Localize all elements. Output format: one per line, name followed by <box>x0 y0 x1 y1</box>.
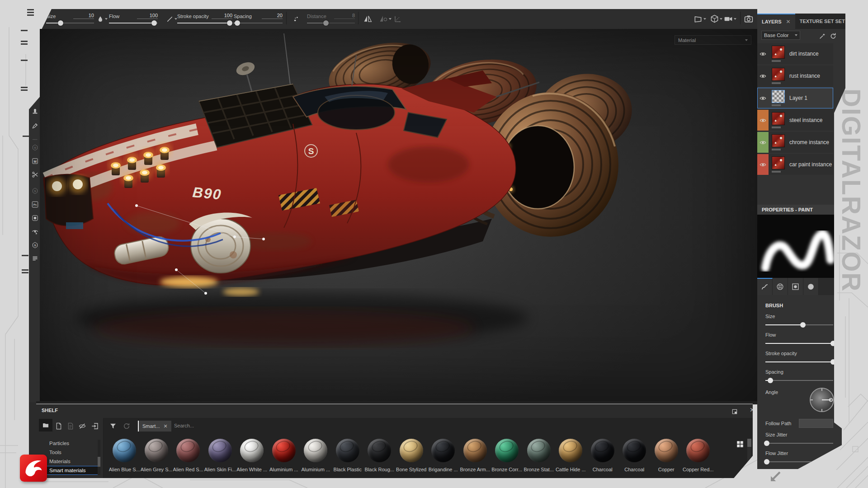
layer-color-tag[interactable] <box>757 66 769 86</box>
material-swatch[interactable]: Bronze Arm... <box>459 439 491 472</box>
shelf-category[interactable]: Particles <box>40 439 99 448</box>
material-swatch[interactable]: Aluminium ... <box>268 439 300 472</box>
material-swatch[interactable]: Cattle Hide ... <box>555 439 587 472</box>
material-swatch[interactable]: Alien Skin Fi... <box>204 439 236 472</box>
add-effect-icon[interactable] <box>830 32 837 40</box>
angle-dial[interactable] <box>810 388 834 412</box>
shelf-folder-button[interactable] <box>39 419 52 432</box>
mesh-view-icon[interactable] <box>710 14 722 23</box>
material-sphere[interactable] <box>208 439 232 462</box>
material-display-dropdown[interactable]: Material <box>675 35 751 45</box>
layer-row[interactable]: rust instance <box>757 66 833 86</box>
stroke-profile-icon[interactable] <box>166 14 177 23</box>
material-sphere[interactable] <box>686 439 710 462</box>
material-sphere[interactable] <box>368 439 391 462</box>
material-swatch[interactable]: Alien Grey S... <box>141 439 173 472</box>
layer-color-tag[interactable] <box>757 88 769 108</box>
material-swatch[interactable]: Bronze Corr... <box>491 439 523 472</box>
materialize-icon[interactable] <box>29 155 41 166</box>
material-mode-tab[interactable] <box>803 278 819 295</box>
radial-symmetry-icon[interactable] <box>379 14 392 23</box>
symmetry-icon[interactable] <box>363 14 372 23</box>
material-sphere[interactable] <box>431 439 455 462</box>
material-sphere[interactable] <box>336 439 359 462</box>
size-slider[interactable] <box>46 20 94 26</box>
layer-row[interactable]: steel instance <box>757 110 833 131</box>
material-swatch[interactable]: Alien Blue S... <box>108 439 141 472</box>
flow-slider[interactable] <box>109 20 158 26</box>
layer-visibility-icon[interactable] <box>760 51 766 57</box>
shelf-category[interactable]: Materials <box>40 457 99 466</box>
stroke-opacity-slider[interactable] <box>177 20 232 26</box>
stroke-opacity-value[interactable]: 100 <box>212 13 232 19</box>
lazy-mouse-icon[interactable] <box>394 14 402 23</box>
material-swatch[interactable]: Charcoal <box>618 439 651 472</box>
category-scrollbar[interactable] <box>98 440 100 475</box>
iray-render-icon[interactable] <box>29 212 41 223</box>
material-sphere[interactable] <box>463 439 487 462</box>
shelf-dock-icon[interactable] <box>731 407 738 415</box>
material-swatch[interactable]: Copper <box>651 439 683 472</box>
layer-thumbnail[interactable] <box>772 134 785 147</box>
layer-visibility-icon[interactable] <box>760 117 766 124</box>
shelf-new-icon[interactable] <box>55 422 62 430</box>
layer-thumbnail[interactable] <box>772 68 785 81</box>
brush-param-slider[interactable] <box>765 322 833 328</box>
material-swatch[interactable]: Charcoal <box>587 439 619 472</box>
layer-color-tag[interactable] <box>757 154 769 175</box>
material-sphere[interactable] <box>272 439 296 462</box>
material-swatch[interactable]: Black Plastic <box>332 439 364 472</box>
viewport-3d[interactable]: S B90 Material <box>40 29 757 402</box>
layer-row[interactable]: chrome instance <box>757 132 833 153</box>
material-swatch[interactable]: Black Roug... <box>363 439 396 472</box>
material-sphere[interactable] <box>113 439 136 462</box>
layer-name[interactable]: chrome instance <box>789 139 829 145</box>
layer-row[interactable]: car paint instance <box>757 154 833 175</box>
layer-name[interactable]: dirt instance <box>789 51 819 57</box>
smart-material-wand-icon[interactable] <box>819 32 826 40</box>
layer-name[interactable]: Layer 1 <box>789 95 807 101</box>
uv-cut-tool-icon[interactable] <box>29 169 41 180</box>
shelf-category[interactable]: Smart materials <box>40 466 99 475</box>
shelf-list-icon[interactable] <box>29 253 41 264</box>
layer-row[interactable]: dirt instance <box>757 43 833 64</box>
layer-thumbnail[interactable] <box>772 46 785 59</box>
tab-texture-set-settings[interactable]: TEXTURE SET SET <box>795 14 845 29</box>
material-swatch[interactable]: Brigandine ... <box>427 439 459 472</box>
layer-visibility-icon[interactable] <box>760 139 766 146</box>
material-sphere[interactable] <box>145 439 168 462</box>
stencil-mode-tab[interactable] <box>788 278 803 295</box>
size-value[interactable]: 10 <box>73 13 94 19</box>
layer-name[interactable]: rust instance <box>789 73 820 79</box>
brush-param-slider[interactable] <box>765 359 833 365</box>
channel-select[interactable]: Base Color <box>761 31 800 40</box>
material-sphere[interactable] <box>495 439 519 462</box>
layer-color-tag[interactable] <box>757 110 769 131</box>
substance-source-icon[interactable] <box>29 142 41 153</box>
material-swatch[interactable]: Bronze Stat... <box>523 439 555 472</box>
filter-chip[interactable]: Smart... ✕ <box>138 421 171 432</box>
brush-mode-tab[interactable] <box>757 278 773 295</box>
tab-layers[interactable]: LAYERS ✕ <box>757 14 795 29</box>
material-swatch[interactable]: Aluminium ... <box>300 439 332 472</box>
display-settings-icon[interactable] <box>29 226 41 237</box>
shelf-import-icon[interactable] <box>91 422 99 430</box>
material-sphere[interactable] <box>591 439 614 462</box>
brush-param-slider[interactable] <box>765 341 833 347</box>
material-swatch[interactable]: Alien Red S... <box>172 439 204 472</box>
tab-close-icon[interactable]: ✕ <box>786 19 791 25</box>
material-sphere[interactable] <box>176 439 200 462</box>
pattern-mode-tab[interactable] <box>773 278 788 295</box>
layer-thumbnail[interactable] <box>772 156 785 169</box>
shelf-category[interactable]: Tools <box>40 448 99 457</box>
layer-thumbnail[interactable] <box>772 112 785 125</box>
spacing-value[interactable]: 20 <box>262 13 283 19</box>
layer-color-tag[interactable] <box>757 43 769 64</box>
brush-jitter-slider[interactable] <box>765 441 833 446</box>
follow-path-toggle[interactable] <box>799 419 833 428</box>
layer-name[interactable]: steel instance <box>789 117 822 123</box>
layer-visibility-icon[interactable] <box>760 161 766 168</box>
material-swatch[interactable]: Bone Stylized <box>396 439 428 472</box>
scatter-icon[interactable] <box>293 14 300 23</box>
layer-color-tag[interactable] <box>757 132 769 153</box>
